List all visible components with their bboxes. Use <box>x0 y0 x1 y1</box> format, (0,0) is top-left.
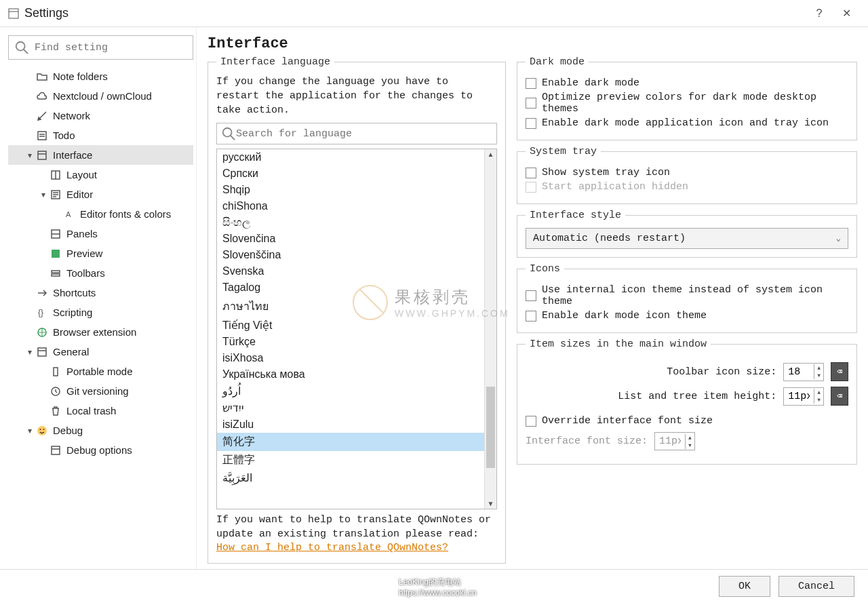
tree-item-network[interactable]: Network <box>8 106 193 125</box>
language-item[interactable]: Türkçe <box>217 334 484 350</box>
tree-item-debug-options[interactable]: Debug options <box>8 440 193 460</box>
language-item[interactable]: 正體字 <box>217 451 484 469</box>
scrollbar-thumb[interactable] <box>486 387 495 468</box>
chevron-down-icon: ⌄ <box>836 233 841 244</box>
settings-tree[interactable]: Note foldersNextcloud / ownCloudNetworkT… <box>8 66 193 460</box>
language-item[interactable]: isiXhosa <box>217 350 484 366</box>
language-item[interactable]: isiZulu <box>217 416 484 433</box>
list-item-height-input[interactable] <box>784 388 814 405</box>
toolbar-size-reset-button[interactable]: ⌫ <box>831 362 848 381</box>
language-item[interactable]: chiShona <box>217 198 484 214</box>
svg-point-2 <box>16 42 25 51</box>
chevron-down-icon[interactable]: ▾ <box>24 347 35 357</box>
list-height-reset-button[interactable]: ⌫ <box>831 387 848 406</box>
language-item[interactable]: Shqip <box>217 182 484 198</box>
tree-item-toolbars[interactable]: Toolbars <box>8 263 193 283</box>
spin-down-icon[interactable]: ▼ <box>814 396 823 404</box>
language-item[interactable]: русский <box>217 149 484 166</box>
tree-item-todo[interactable]: Todo <box>8 125 193 145</box>
language-item[interactable]: Українська мова <box>217 366 484 383</box>
tree-item-nextcloud-owncloud[interactable]: Nextcloud / ownCloud <box>8 86 193 106</box>
start-hidden-checkbox: Start application hidden <box>526 181 848 193</box>
override-font-size-checkbox[interactable]: Override interface font size <box>526 415 848 427</box>
language-item[interactable]: Tagalog <box>217 279 484 296</box>
tree-item-local-trash[interactable]: Local trash <box>8 401 193 421</box>
enable-dark-mode-checkbox[interactable]: Enable dark mode <box>526 77 848 89</box>
language-item[interactable]: ייִדיש <box>217 400 484 416</box>
window-icon <box>49 445 62 456</box>
tree-item-editor-fonts-colors[interactable]: AEditor fonts & colors <box>8 204 193 224</box>
language-item[interactable]: Српски <box>217 166 484 182</box>
tree-item-git-versioning[interactable]: Git versioning <box>8 381 193 401</box>
optimize-preview-colors-checkbox[interactable]: Optimize preview colors for dark mode de… <box>526 92 848 115</box>
language-item[interactable]: العَرَبِيَّة <box>217 469 484 486</box>
find-setting-search[interactable] <box>8 35 193 60</box>
cancel-button[interactable]: Cancel <box>778 576 854 597</box>
tree-item-shortcuts[interactable]: Shortcuts <box>8 283 193 303</box>
interface-font-size-input <box>655 433 685 450</box>
svg-rect-30 <box>52 446 60 454</box>
language-item[interactable]: ภาษาไทย <box>217 296 484 317</box>
tree-item-general[interactable]: ▾General <box>8 342 193 362</box>
shortcuts-icon <box>35 288 49 298</box>
show-tray-icon-checkbox[interactable]: Show system tray icon <box>526 167 848 178</box>
dark-mode-icon-theme-checkbox[interactable]: Enable dark mode icon theme <box>526 310 848 322</box>
language-item[interactable]: 简化字 <box>217 433 484 451</box>
language-item[interactable]: සිංහල <box>217 214 484 231</box>
spin-up-icon[interactable]: ▲ <box>814 389 823 396</box>
language-item[interactable]: Slovenčina <box>217 231 484 247</box>
svg-point-29 <box>43 429 45 430</box>
tree-item-preview[interactable]: Preview <box>8 244 193 263</box>
interface-style-dropdown[interactable]: Automatic (needs restart) ⌄ <box>526 228 848 249</box>
chevron-down-icon[interactable]: ▾ <box>38 190 49 199</box>
scroll-up-icon[interactable]: ▲ <box>485 151 496 158</box>
tree-item-label: Nextcloud / ownCloud <box>53 90 152 102</box>
tree-item-note-folders[interactable]: Note folders <box>8 66 193 86</box>
language-search-input[interactable] <box>236 128 492 140</box>
toolbar-icon-size-spin[interactable]: ▲▼ <box>783 363 824 381</box>
tree-item-scripting[interactable]: {}Scripting <box>8 303 193 322</box>
portable-icon <box>49 366 62 377</box>
svg-rect-23 <box>38 348 46 356</box>
ok-button[interactable]: OK <box>719 576 770 597</box>
preview-icon <box>49 248 62 259</box>
spin-down-icon[interactable]: ▼ <box>814 372 823 379</box>
language-item[interactable]: Tiếng Việt <box>217 317 484 334</box>
tree-item-label: Editor <box>66 189 93 200</box>
svg-rect-25 <box>54 368 58 376</box>
svg-text:A: A <box>66 210 71 218</box>
close-button[interactable]: ✕ <box>833 7 860 20</box>
language-scrollbar[interactable]: ▲ ▼ <box>484 149 496 509</box>
scroll-down-icon[interactable]: ▼ <box>485 500 496 507</box>
translate-help-link[interactable]: How can I help to translate QOwnNotes? <box>216 542 448 553</box>
chevron-down-icon[interactable]: ▾ <box>24 426 35 435</box>
language-item[interactable]: Svenska <box>217 263 484 279</box>
toolbar-icon-size-input[interactable] <box>784 364 814 381</box>
language-search[interactable] <box>216 123 497 144</box>
svg-line-3 <box>24 50 28 54</box>
translate-help-note: If you want to help to translate QOwnNot… <box>216 513 497 555</box>
help-button[interactable]: ? <box>806 7 833 20</box>
smile-icon <box>35 425 49 436</box>
dark-mode-icon-checkbox[interactable]: Enable dark mode application icon and tr… <box>526 117 848 129</box>
tree-item-panels[interactable]: Panels <box>8 224 193 244</box>
language-item[interactable]: Slovenščina <box>217 247 484 263</box>
tree-item-editor[interactable]: ▾Editor <box>8 184 193 204</box>
find-setting-input[interactable] <box>35 42 187 54</box>
tree-item-interface[interactable]: ▾Interface <box>8 145 193 165</box>
spin-up-icon[interactable]: ▲ <box>814 364 823 372</box>
tree-item-portable-mode[interactable]: Portable mode <box>8 362 193 381</box>
tree-item-debug[interactable]: ▾Debug <box>8 421 193 440</box>
tree-item-layout[interactable]: Layout <box>8 165 193 184</box>
cloud-icon <box>35 91 49 102</box>
internal-icon-theme-checkbox[interactable]: Use internal icon theme instead of syste… <box>526 284 848 307</box>
window-title: Settings <box>24 6 68 20</box>
tree-item-label: Git versioning <box>66 385 129 397</box>
svg-rect-4 <box>38 132 46 140</box>
language-item[interactable]: اُردُو <box>217 383 484 400</box>
language-list[interactable]: русскийСрпскиShqipchiShonaසිංහලSlovenčin… <box>217 149 484 509</box>
tree-item-browser-extension[interactable]: Browser extension <box>8 322 193 342</box>
chevron-down-icon[interactable]: ▾ <box>24 151 35 160</box>
list-item-height-spin[interactable]: ▲▼ <box>783 387 824 406</box>
list-icon <box>35 130 49 141</box>
